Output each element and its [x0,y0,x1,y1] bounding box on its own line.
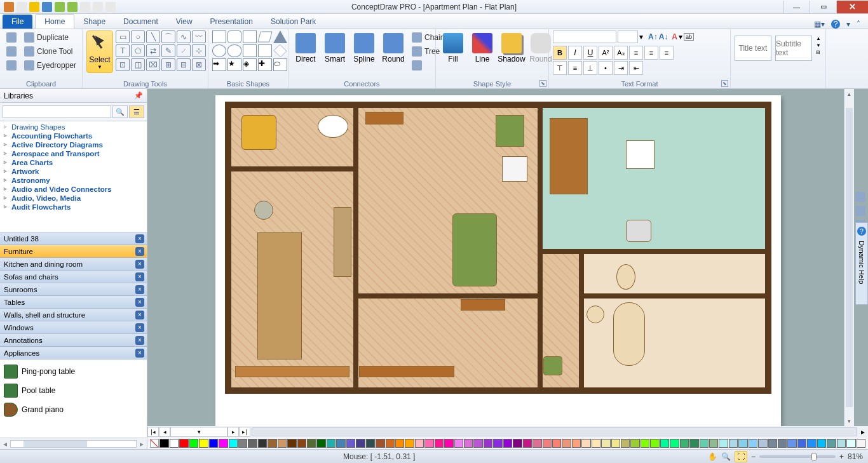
search-button[interactable]: 🔍 [112,105,128,118]
color-swatch[interactable] [749,439,757,448]
color-swatch[interactable] [581,439,590,448]
align-center-button[interactable]: ≡ [644,46,658,60]
tool-17[interactable]: ⊟ [177,58,191,71]
color-swatch[interactable] [572,439,581,448]
font-expand-icon[interactable]: ▾ [639,32,643,41]
shrink-font-icon[interactable]: A↓ [659,32,668,41]
bold-button[interactable]: B [553,46,567,60]
color-swatch[interactable] [729,439,738,448]
tree-node[interactable]: Audio, Video, Media [0,194,147,203]
rect-tool[interactable]: ▭ [116,30,130,43]
minimize-button[interactable]: — [783,1,810,13]
close-lib-icon[interactable]: × [135,298,144,307]
connector-tool[interactable]: ⇄ [146,44,160,57]
color-swatch[interactable] [454,439,463,448]
color-swatch[interactable] [787,439,796,448]
tool-18[interactable]: ⊠ [192,58,206,71]
floor-plan[interactable] [225,102,771,394]
color-swatch[interactable] [415,439,424,448]
color-swatch[interactable] [327,439,336,448]
wardrobe-mid[interactable] [359,366,454,377]
room-toilet[interactable] [581,252,768,296]
direct-connector[interactable]: Direct [292,30,319,66]
close-lib-icon[interactable]: × [135,285,144,294]
tool-13[interactable]: ⊡ [116,58,130,71]
vscroll-down-icon[interactable]: ▾ [844,416,854,426]
color-swatch[interactable] [532,439,541,448]
color-swatch[interactable] [199,439,208,448]
library-search-input[interactable] [3,105,111,118]
color-swatch[interactable] [562,439,571,448]
font-color-icon[interactable]: A [672,32,677,41]
node-tool[interactable]: ⊹ [192,44,206,57]
color-swatch[interactable] [395,439,404,448]
undo-icon[interactable] [55,2,65,12]
zoom-in-icon[interactable]: + [839,452,844,461]
shape-diamond[interactable] [274,44,287,58]
style-down-icon[interactable]: ▼ [816,43,821,48]
vscroll-thumb[interactable] [846,108,853,407]
color-swatch[interactable] [797,439,806,448]
color-swatch[interactable] [376,439,384,448]
highlight-icon[interactable]: ab [684,33,694,41]
color-swatch[interactable] [660,439,669,448]
tree-node[interactable]: Audit Flowcharts [0,203,147,211]
stove[interactable] [626,140,654,169]
rs-icon-1[interactable] [855,192,865,202]
open-lib-item[interactable]: Kitchen and dining room× [0,258,147,271]
scroll-left-icon[interactable]: ◂ [0,440,10,448]
shape-callout[interactable]: ◈ [243,58,257,71]
color-swatch[interactable] [297,439,306,448]
color-swatch[interactable] [630,439,639,448]
curve-tool[interactable]: ∿ [177,30,191,43]
open-lib-item[interactable]: Sofas and chairs× [0,271,147,283]
shape-trap[interactable] [258,44,272,57]
close-lib-icon[interactable]: × [135,323,144,332]
tree-view-button[interactable]: ☰ [129,105,144,118]
scroll-right-icon[interactable]: ▸ [137,440,147,448]
tab-shape[interactable]: Shape [74,15,114,29]
color-swatch[interactable] [738,439,747,448]
close-lib-icon[interactable]: × [135,272,144,281]
maximize-button[interactable]: ▭ [810,1,836,13]
color-swatch[interactable] [238,439,247,448]
color-swatch[interactable] [670,439,679,448]
color-swatch[interactable] [268,439,276,448]
shape-item[interactable]: Ping-pong table [3,362,144,381]
redo-icon[interactable] [67,2,78,12]
color-swatch[interactable] [601,439,610,448]
shape-star[interactable]: ★ [227,58,241,71]
color-swatch[interactable] [778,439,787,448]
color-swatch[interactable] [768,439,777,448]
color-swatch[interactable] [307,439,316,448]
fridge[interactable] [502,156,527,182]
color-swatch[interactable] [336,439,345,448]
tree-node[interactable]: Area Charts [0,158,147,167]
color-swatch[interactable] [424,439,433,448]
hscroll-thumb[interactable] [252,428,856,436]
color-swatch[interactable] [356,439,365,448]
title-style[interactable]: Title text [735,36,771,61]
color-swatch[interactable] [405,439,414,448]
ellipse-tool[interactable]: ○ [131,30,145,43]
tree-node[interactable]: Accounting Flowcharts [0,131,147,140]
spline-connector[interactable]: Spline [351,30,377,66]
save-icon[interactable] [42,2,52,12]
toilet[interactable] [616,264,635,290]
color-swatch[interactable] [513,439,522,448]
shape-roundrect[interactable] [227,30,241,43]
open-lib-item[interactable]: Untitled 38× [0,232,147,245]
tree-node[interactable]: Drawing Shapes [0,123,147,131]
line-tool[interactable]: ╲ [146,30,160,43]
vscroll-up-icon[interactable]: ▴ [844,89,854,99]
tool-14[interactable]: ◫ [131,58,145,71]
color-swatch[interactable] [179,439,188,448]
align-right-button[interactable]: ≡ [660,46,674,60]
chair-round[interactable] [254,201,273,220]
color-swatch[interactable] [287,439,296,448]
underline-button[interactable]: U [583,46,597,60]
tab-presentation[interactable]: Presentation [201,15,262,29]
subscript-button[interactable]: A₂ [614,46,628,60]
color-swatch[interactable] [503,439,512,448]
tree-node[interactable]: Astronomy [0,176,147,185]
